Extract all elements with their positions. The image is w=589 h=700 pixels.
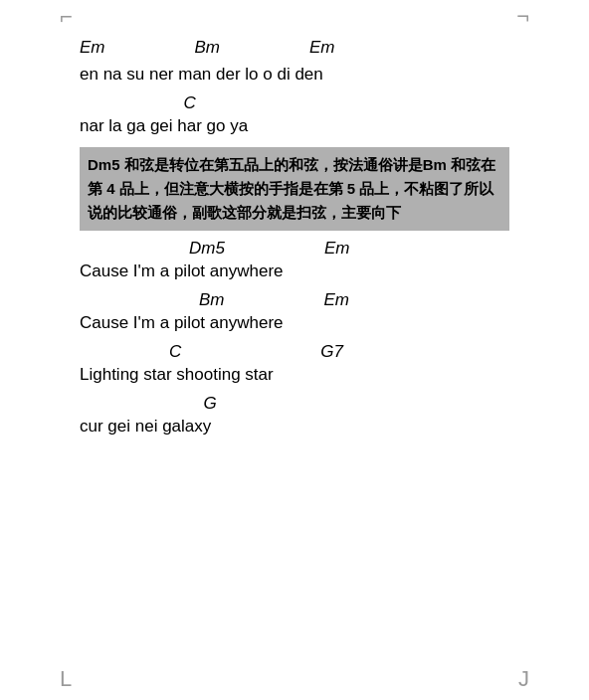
chord-row-1: Em Bm Em [0, 38, 589, 58]
chord-em-1: Em [80, 38, 105, 58]
chord-row-5: C G7 [0, 342, 589, 362]
chord-section-1: Em Bm Em [0, 38, 589, 58]
chord-em-4: Em [324, 290, 350, 310]
lyric-line-2: nar la ga gei har go ya [0, 113, 589, 139]
chord-row-2: C [0, 88, 589, 113]
top-left-corner: ⌐ [60, 4, 73, 30]
chord-c-2: C [169, 342, 181, 362]
bottom-left-corner: L [60, 666, 72, 692]
lyric-line-4: Cause I'm a pilot anywhere [0, 310, 589, 336]
chord-bm-1: Bm [195, 38, 221, 58]
top-right-corner: ¬ [516, 4, 529, 30]
chord-bm-2: Bm [199, 290, 225, 310]
chord-row-4: Bm Em [0, 290, 589, 310]
chord-g7: G7 [320, 342, 343, 362]
top-corners: ⌐ ¬ [0, 0, 589, 34]
lyric-line-6: cur gei nei galaxy [0, 414, 589, 439]
bottom-right-corner: J [518, 666, 529, 692]
chord-c-1: C [183, 93, 195, 112]
chord-row-3: Dm5 Em [0, 239, 589, 259]
chord-em-3: Em [324, 239, 350, 259]
chord-em-2: Em [309, 38, 335, 58]
page-container: ⌐ ¬ Em Bm Em en na su ner man der lo o d… [0, 0, 589, 700]
lyric-line-1: en na su ner man der lo o di den [0, 62, 589, 88]
lyric-line-5: Lighting star shooting star [0, 362, 589, 388]
chord-g: G [203, 394, 216, 413]
chord-dm5: Dm5 [189, 239, 225, 259]
bottom-corners: L J [0, 662, 589, 696]
annotation-block: Dm5 和弦是转位在第五品上的和弦，按法通俗讲是Bm 和弦在第 4 品上，但注意… [80, 147, 509, 231]
lyric-line-3: Cause I'm a pilot anywhere [0, 259, 589, 284]
chord-row-6: G [0, 394, 589, 414]
